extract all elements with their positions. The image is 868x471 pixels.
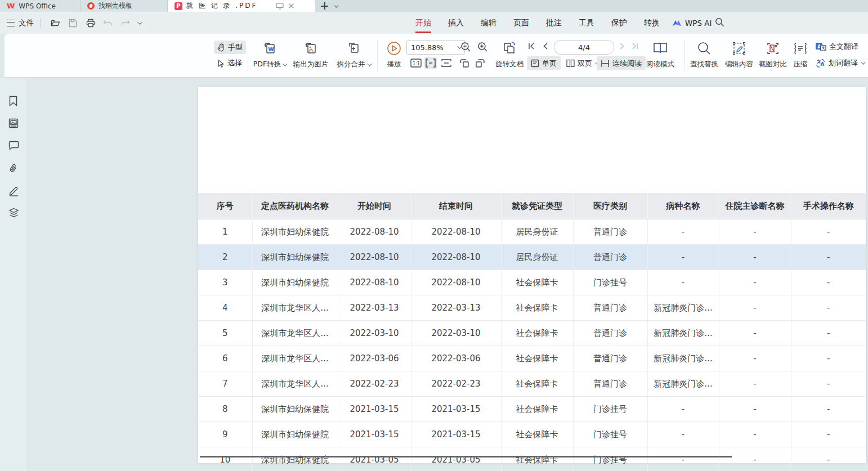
table-cell: - xyxy=(647,422,719,447)
table-cell: - xyxy=(719,346,791,371)
menu-tab-home[interactable]: 开始 xyxy=(415,18,431,28)
table-cell: 新冠肺炎门诊... xyxy=(647,371,719,397)
hamburger-icon[interactable] xyxy=(7,20,15,26)
table-cell: 普通门诊 xyxy=(573,321,647,346)
comment-icon[interactable] xyxy=(8,141,19,151)
last-page-button[interactable] xyxy=(630,42,639,51)
svg-text:A: A xyxy=(821,61,825,67)
menu-tab-comment[interactable]: 批注 xyxy=(546,18,562,28)
table-cell: 2022-03-06 xyxy=(338,346,411,371)
full-translate-button[interactable]: A 全文翻译 xyxy=(815,41,858,53)
redo-icon[interactable] xyxy=(120,18,130,28)
bookmark-icon[interactable] xyxy=(8,96,19,106)
menu-tab-wps-ai[interactable]: WPS AI xyxy=(672,12,712,34)
compress-button[interactable]: 压缩 xyxy=(789,37,812,73)
menu-tab-edit[interactable]: 编辑 xyxy=(481,18,496,28)
zoom-in-button[interactable] xyxy=(476,41,489,53)
next-page-button[interactable] xyxy=(618,42,627,51)
tab-list-chevron-icon[interactable] xyxy=(334,3,338,7)
thumbnail-icon[interactable] xyxy=(8,118,19,129)
menu-tab-tools[interactable]: 工具 xyxy=(579,18,594,28)
menu-tab-convert[interactable]: 转换 xyxy=(644,18,660,28)
signature-icon[interactable] xyxy=(8,186,19,196)
continuous-read-button[interactable]: 连续阅读 xyxy=(597,56,646,70)
first-page-button[interactable] xyxy=(527,42,536,51)
table-cell: 2021-03-15 xyxy=(338,397,411,422)
export-image-button[interactable]: 输出为图片 xyxy=(290,37,331,73)
select-tool-button[interactable]: 选择 xyxy=(214,56,246,70)
table-row[interactable]: 3深圳市妇幼保健院2022-08-102022-08-10社会保障卡门诊挂号--… xyxy=(198,270,866,295)
open-folder-icon[interactable] xyxy=(51,18,60,28)
screenshot-compare-button[interactable]: 截图对比 xyxy=(757,37,789,73)
menu-search-icon[interactable] xyxy=(715,17,724,29)
table-cell: 2022-03-13 xyxy=(411,295,501,321)
rotate-left-button[interactable] xyxy=(458,57,471,69)
undo-icon[interactable] xyxy=(103,18,113,28)
table-cell: - xyxy=(719,397,791,422)
menu-tab-protect[interactable]: 保护 xyxy=(611,18,627,28)
attachment-icon[interactable] xyxy=(8,163,19,174)
hand-tool-button[interactable]: 手型 xyxy=(214,41,246,54)
zoom-out-button[interactable] xyxy=(459,41,472,53)
svg-text:W: W xyxy=(269,47,274,52)
double-page-icon xyxy=(566,59,575,68)
zoom-level-select[interactable]: 105.88% xyxy=(406,40,465,55)
document-viewport[interactable]: 序号定点医药机构名称开始时间结束时间就诊凭证类型医疗类别病种名称住院主诊断名称手… xyxy=(28,78,868,471)
table-cell: 2022-03-06 xyxy=(411,346,501,371)
edit-content-button[interactable]: 编辑内容 xyxy=(723,37,755,73)
play-button[interactable]: 播放 xyxy=(381,37,408,73)
search-icon xyxy=(697,39,712,57)
menu-tab-page[interactable]: 页面 xyxy=(513,18,529,28)
fit-page-button[interactable] xyxy=(440,57,453,69)
table-cell: 2022-08-10 xyxy=(338,219,411,245)
tab-docer-templates[interactable]: 找稻壳模板 xyxy=(80,0,168,12)
table-cell: 新冠肺炎门诊... xyxy=(647,346,719,371)
menu-tab-insert[interactable]: 插入 xyxy=(448,18,464,28)
read-mode-button[interactable]: 阅读模式 xyxy=(643,37,678,73)
table-cell: 深圳市龙华区人... xyxy=(252,295,338,321)
table-row[interactable]: 10深圳市妇幼保健院2021-03-052021-03-05社会保障卡门诊挂号-… xyxy=(198,447,866,471)
table-cell: 8 xyxy=(198,397,252,422)
table-header-cell: 就诊凭证类型 xyxy=(501,193,573,219)
table-row[interactable]: 6深圳市龙华区人...2022-03-062022-03-06社会保障卡普通门诊… xyxy=(198,346,866,371)
table-row[interactable]: 1深圳市妇幼保健院2022-08-102022-08-10居民身份证普通门诊--… xyxy=(198,219,866,245)
actual-size-button[interactable]: 1:1 xyxy=(410,57,422,69)
save-icon[interactable] xyxy=(68,18,78,28)
table-cell: 深圳市妇幼保健院 xyxy=(252,397,338,422)
rotate-document-button[interactable]: 旋转文档 xyxy=(492,37,527,73)
horizontal-scrollbar[interactable] xyxy=(200,456,732,457)
quickbar-chevron-icon[interactable] xyxy=(137,20,142,24)
table-row[interactable]: 9深圳市妇幼保健院2021-03-152021-03-15社会保障卡门诊挂号--… xyxy=(198,422,866,447)
table-row[interactable]: 2深圳市妇幼保健院2022-08-102022-08-10居民身份证普通门诊--… xyxy=(198,245,866,270)
table-cell: - xyxy=(791,371,866,397)
split-merge-button[interactable]: 拆分合并 xyxy=(333,37,374,73)
page-indicator-input[interactable]: 4/4 xyxy=(554,40,614,55)
layers-icon[interactable] xyxy=(8,208,19,218)
rotate-right-button[interactable] xyxy=(474,57,486,69)
tab-document[interactable]: P 就 医 记 录 .PDF xyxy=(168,0,315,12)
table-row[interactable]: 7深圳市龙华区人...2022-02-232022-02-23社会保障卡普通门诊… xyxy=(198,371,866,397)
new-tab-icon[interactable] xyxy=(321,2,328,10)
close-icon[interactable] xyxy=(288,3,294,9)
continuous-read-icon xyxy=(601,60,610,68)
previous-page-button[interactable] xyxy=(540,42,549,51)
tab-label: WPS Office xyxy=(19,2,56,10)
table-cell: 2022-08-10 xyxy=(411,270,501,295)
table-row[interactable]: 4深圳市龙华区人...2022-03-132022-03-13社会保障卡普通门诊… xyxy=(198,295,866,321)
table-row[interactable]: 5深圳市龙华区人...2022-03-102022-03-10社会保障卡普通门诊… xyxy=(198,321,866,346)
table-cell: - xyxy=(719,219,791,245)
table-cell: 社会保障卡 xyxy=(501,270,573,295)
table-row[interactable]: 8深圳市妇幼保健院2021-03-152021-03-15社会保障卡门诊挂号--… xyxy=(198,397,866,422)
fit-width-button[interactable] xyxy=(424,57,437,69)
word-translate-button[interactable]: A 划词翻译 xyxy=(815,57,864,69)
table-cell: 5 xyxy=(198,321,252,346)
table-cell: - xyxy=(719,422,791,447)
print-icon[interactable] xyxy=(86,18,95,28)
pdf-convert-button[interactable]: W PDF转换 xyxy=(251,37,288,73)
single-page-mode-button[interactable]: 单页 xyxy=(527,56,561,70)
file-menu-button[interactable]: 文件 xyxy=(19,18,34,28)
find-replace-button[interactable]: 查找替换 xyxy=(688,37,721,73)
wps-logo-icon: W xyxy=(7,2,15,10)
tab-wps-office[interactable]: W WPS Office xyxy=(0,0,80,12)
monitor-icon[interactable] xyxy=(276,3,284,10)
